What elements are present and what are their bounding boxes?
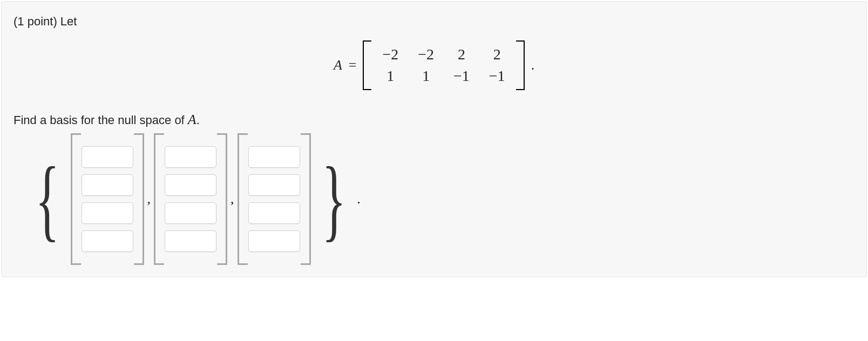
vector1-entry4[interactable] <box>82 230 133 252</box>
question-suffix: . <box>196 113 200 127</box>
prompt-line: (1 point) Let <box>13 15 855 29</box>
vector1-entry1[interactable] <box>82 146 133 168</box>
equals-sign: = <box>349 57 357 73</box>
answer-area: { , , } . <box>13 133 855 265</box>
matrix-cell: −2 <box>372 44 408 65</box>
matrix-equation: A = −2 −2 2 2 1 1 −1 −1 . <box>13 40 855 90</box>
vector1-entry3[interactable] <box>82 202 133 224</box>
final-period: . <box>357 191 361 207</box>
equation-period: . <box>531 57 535 73</box>
vector3-entry4[interactable] <box>248 230 300 252</box>
vector3-entry1[interactable] <box>248 146 300 168</box>
comma-separator: , <box>145 191 153 207</box>
basis-vector-2 <box>154 133 227 265</box>
matrix-cell: −1 <box>444 65 479 87</box>
vector1-entry2[interactable] <box>82 174 133 196</box>
vector2-entry4[interactable] <box>165 230 216 252</box>
comma-separator: , <box>228 191 236 207</box>
vector2-entry1[interactable] <box>165 146 216 168</box>
matrix-cell: 1 <box>408 65 444 87</box>
left-brace-icon: { <box>35 153 59 245</box>
basis-vector-1 <box>71 133 144 265</box>
matrix-cell: 2 <box>479 44 515 65</box>
matrix-cell: −1 <box>479 65 515 87</box>
basis-vector-3 <box>238 133 311 265</box>
matrix-cell: −2 <box>408 44 444 65</box>
vector3-entry3[interactable] <box>248 202 300 224</box>
matrix-lhs: A <box>334 57 342 73</box>
matrix-A: −2 −2 2 2 1 1 −1 −1 <box>363 40 524 90</box>
question-line: Find a basis for the null space of A. <box>13 112 855 128</box>
right-brace-icon: } <box>322 153 346 245</box>
problem-container: (1 point) Let A = −2 −2 2 2 1 1 −1 −1 <box>1 1 867 277</box>
question-text: Find a basis for the null space of <box>13 113 188 127</box>
vector2-entry2[interactable] <box>165 174 216 196</box>
prompt-word: Let <box>60 15 77 28</box>
points-label: (1 point) <box>13 15 57 28</box>
table-row: −2 −2 2 2 <box>372 44 514 65</box>
vector3-entry2[interactable] <box>248 174 300 196</box>
matrix-cell: 1 <box>372 65 408 87</box>
matrix-variable: A <box>188 112 196 127</box>
vector2-entry3[interactable] <box>165 202 216 224</box>
table-row: 1 1 −1 −1 <box>372 65 514 87</box>
matrix-cell: 2 <box>444 44 479 65</box>
